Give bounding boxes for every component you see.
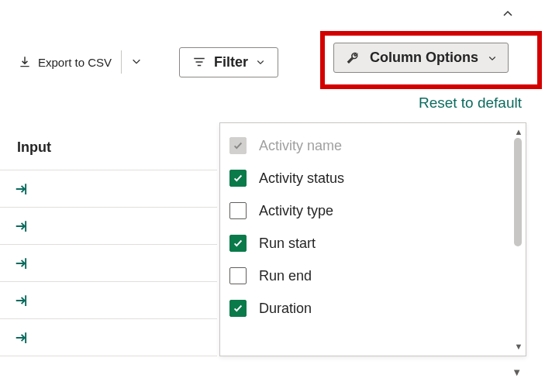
checkbox-icon <box>229 170 247 187</box>
outer-scroll-down-icon: ▼ <box>512 366 522 378</box>
checkbox-icon <box>229 235 247 252</box>
chevron-down-icon <box>131 56 142 67</box>
column-options-list: Activity name Activity status Activity t… <box>220 123 512 356</box>
checkbox-icon <box>229 267 247 284</box>
download-icon <box>18 55 32 69</box>
column-option-label: Activity status <box>259 170 344 187</box>
filter-icon <box>192 55 206 69</box>
table-row[interactable] <box>0 245 217 282</box>
column-option-label: Activity name <box>259 138 342 154</box>
reset-label: Reset to default <box>419 95 522 111</box>
input-arrow-icon <box>14 181 31 198</box>
export-csv-label: Export to CSV <box>38 56 112 69</box>
column-options-label: Column Options <box>370 50 478 66</box>
table-row[interactable] <box>0 170 217 208</box>
data-table: Input <box>0 132 217 356</box>
dropdown-scrollbar[interactable]: ▲ ▼ <box>512 123 526 356</box>
input-arrow-icon <box>14 255 31 272</box>
wrench-icon <box>345 50 360 66</box>
filter-button[interactable]: Filter <box>179 47 278 77</box>
column-option-label: Run start <box>259 236 316 252</box>
input-arrow-icon <box>14 329 31 346</box>
table-row[interactable] <box>0 319 217 356</box>
column-option-duration[interactable]: Duration <box>220 292 512 325</box>
collapse-up-button[interactable] <box>502 8 514 22</box>
scroll-up-icon: ▲ <box>515 126 523 138</box>
reset-to-default-link[interactable]: Reset to default <box>419 95 522 112</box>
column-options-dropdown: Activity name Activity status Activity t… <box>219 122 526 356</box>
table-row[interactable] <box>0 208 217 245</box>
scroll-down-icon: ▼ <box>515 341 523 352</box>
input-arrow-icon <box>14 218 31 235</box>
scrollbar-track <box>512 138 526 341</box>
filter-label: Filter <box>214 54 248 70</box>
column-header-input[interactable]: Input <box>0 132 217 170</box>
toolbar-separator <box>121 50 122 74</box>
checkbox-icon <box>229 300 247 317</box>
column-option-run-start[interactable]: Run start <box>220 227 512 260</box>
input-arrow-icon <box>14 292 31 309</box>
column-option-label: Run end <box>259 268 312 284</box>
checkbox-icon <box>229 137 247 154</box>
chevron-down-icon <box>488 53 497 63</box>
column-option-run-end[interactable]: Run end <box>220 260 512 292</box>
export-dropdown-button[interactable] <box>125 51 148 74</box>
column-options-button[interactable]: Column Options <box>333 43 509 73</box>
scrollbar-thumb[interactable] <box>514 138 522 246</box>
column-option-label: Activity type <box>259 203 333 219</box>
column-option-activity-name: Activity name <box>220 129 512 162</box>
chevron-up-icon <box>502 8 514 20</box>
table-row[interactable] <box>0 282 217 319</box>
chevron-down-icon <box>256 57 265 67</box>
column-option-activity-type[interactable]: Activity type <box>220 194 512 227</box>
column-option-activity-status[interactable]: Activity status <box>220 162 512 194</box>
checkbox-icon <box>229 202 247 219</box>
column-option-label: Duration <box>259 301 312 317</box>
export-csv-button[interactable]: Export to CSV <box>12 50 118 74</box>
